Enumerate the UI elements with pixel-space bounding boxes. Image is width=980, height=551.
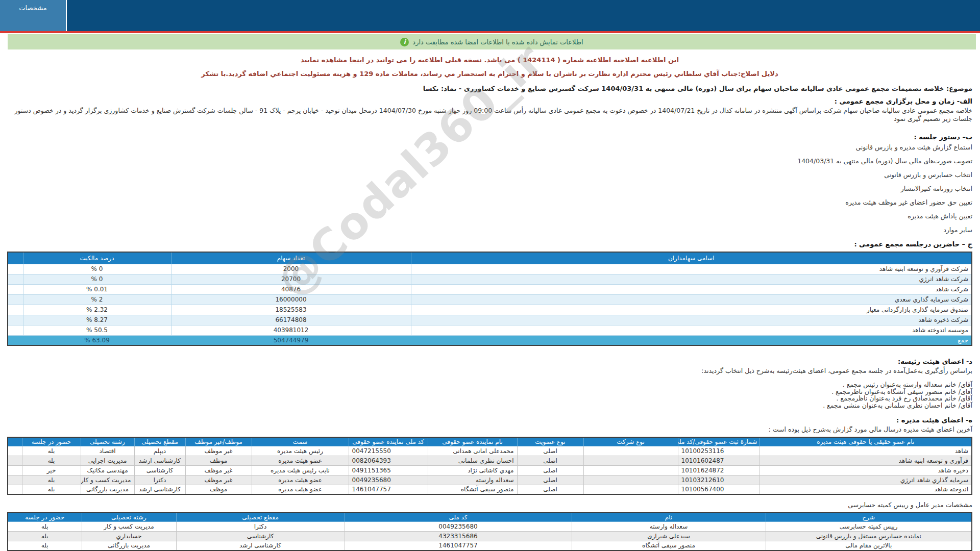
table-row: صندوق سرمایه گذاري بازارگردانی معیار1852…	[8, 305, 972, 315]
table-cell: 10100567400	[678, 485, 760, 494]
table-cell: سرمایه گذاري شاهد انرژي	[760, 475, 972, 485]
column-header: شرح	[766, 513, 972, 521]
table-cell: 0082064393	[349, 456, 428, 465]
table-row: رییس کمیته حسابرسیسعداله وارسته004923568…	[8, 521, 972, 531]
column-header: موظف/غیر موظف	[185, 437, 252, 446]
signature-alert-bar: اطلاعات نمایش داده شده با اطلاعات امضا ش…	[8, 34, 976, 49]
column-header: نام نماینده عضو حقوقی	[428, 437, 517, 446]
ceo-audit-table: شرحنامکد ملیمقطع تحصیلیرشته تحصیلیحضور د…	[7, 512, 972, 551]
table-cell: 18525583	[171, 305, 411, 315]
table-row: فرآوري و توسعه ابنیه شاهد10101602487اصلی…	[8, 456, 972, 465]
table-cell: دکترا	[176, 521, 345, 531]
presiding-member: آقای/ خانم احسان نظري سلمانی به‌عنوان من…	[7, 402, 972, 409]
ceo-table-title: مشخصات مدیر عامل و رییس کمیته حسابرسی	[7, 501, 972, 509]
table-cell	[583, 456, 678, 465]
column-header: رشته تحصیلی	[82, 513, 176, 521]
column-header: نوع شرکت	[583, 437, 678, 446]
table-row: سرمایه گذاري شاهد انرژي10103212610اصلیسع…	[8, 475, 972, 485]
table-cell: منصور سیفی آتشگاه	[572, 541, 766, 550]
table-cell: % 50.5	[23, 325, 171, 335]
table-cell: بله	[8, 521, 82, 531]
table-cell: مدیریت اجرایی	[81, 456, 134, 465]
table-cell: کارشناسی	[134, 465, 185, 475]
table-row: شرکت سرمایه گذاري سعدي16000000% 2	[8, 294, 972, 305]
column-header: کد ملی نماینده عضو حقوقی	[349, 437, 428, 446]
table-cell: نایب رئیس هیئت مدیره	[252, 465, 349, 475]
table-cell: سعداله وارسته	[572, 521, 766, 531]
table-cell: کارشناسی ارشد	[176, 541, 345, 550]
table-cell: 40876	[171, 284, 411, 294]
previous-notice-link[interactable]: اینجا	[350, 56, 364, 64]
table-cell: موظف	[185, 485, 252, 494]
presiding-member: آقای/ خانم منصور سیفی آتشگاه به‌عنوان نا…	[7, 388, 972, 395]
table-cell: 16000000	[171, 294, 411, 305]
table-row: شرکت فرآوري و توسعه ابنیه شاهد2000% 0	[8, 264, 972, 274]
table-cell	[8, 264, 23, 274]
section-e-intro: آخرین اعضای هیئت مدیره درسال مالی مورد گ…	[7, 425, 972, 434]
agenda-item: انتخاب حسابرس و بازرس قانونی	[7, 171, 972, 179]
column-header: مقطع تحصیلی	[176, 513, 345, 521]
ceo-table-header: شرحنامکد ملیمقطع تحصیلیرشته تحصیلیحضور د…	[8, 513, 972, 521]
correction-reason: دلایل اصلاح:جناب آقاي سلطاني رئیس محترم …	[7, 70, 972, 78]
table-cell: % 2	[23, 294, 171, 305]
table-cell	[8, 325, 23, 335]
table-cell: مدیریت بازرگانی	[82, 541, 176, 550]
table-cell	[8, 446, 22, 456]
section-d-intro: براساس رأی‌گیری به‌عمل‌آمده در جلسة مجمع…	[7, 367, 972, 375]
table-cell: سعداله وارسته	[428, 475, 517, 485]
shareholders-table-header: اسامی سهامدارانتعداد سهامدرصد مالکیت	[8, 252, 972, 264]
correction-notice: این اطلاعیه اصلاحیه اطلاعیه شماره ( 1424…	[7, 56, 972, 64]
table-cell: غیر موظف	[185, 475, 252, 485]
table-cell: 0047215550	[349, 446, 428, 456]
table-cell: 1461047757	[349, 485, 428, 494]
table-cell: خیر	[22, 465, 81, 475]
table-cell: کارشناسی ارشد	[134, 485, 185, 494]
table-cell: موظف	[185, 456, 252, 465]
board-members-table: نام عضو حقیقی یا حقوقی هیئت مدیرهشمارة ث…	[7, 437, 972, 495]
agenda-list: استماع گزارش هیئت مدیره و بازرس قانونیتص…	[7, 143, 972, 234]
table-cell: عضو هیئت مدیره	[252, 475, 349, 485]
column-header: حضور در جلسه	[22, 437, 81, 446]
table-cell	[8, 274, 23, 284]
correction-notice-suffix: مشاهده نمایید	[301, 56, 350, 64]
table-cell	[8, 305, 23, 315]
table-cell: بله	[22, 485, 81, 494]
table-cell: 0049235680	[345, 521, 572, 531]
table-cell: بالاترین مقام مالی	[766, 541, 972, 550]
table-cell: رئیس هیئت مدیره	[252, 446, 349, 456]
table-cell: اندوخته شاهد	[760, 485, 972, 494]
column-header: نام عضو حقیقی یا حقوقی هیئت مدیره	[760, 437, 972, 446]
column-header: حضور در جلسه	[8, 513, 82, 521]
tab-specifications[interactable]: مشخصات	[0, 0, 67, 31]
table-row: ذخیره شاهد10101624872اصلیمهدي کاشانی نژا…	[8, 465, 972, 475]
table-cell: کارشناسی	[176, 531, 345, 541]
table-cell: اصلی	[517, 485, 583, 494]
board-table-header: نام عضو حقیقی یا حقوقی هیئت مدیرهشمارة ث…	[8, 437, 972, 446]
info-icon: i	[400, 38, 409, 46]
presiding-member: آقای/ خانم سعداله وارسته به‌عنوان رئیس م…	[7, 381, 972, 388]
table-cell: مدیریت بازرگانی	[81, 485, 134, 494]
correction-notice-text: این اطلاعیه اصلاحیه اطلاعیه شماره ( 1424…	[364, 56, 679, 64]
table-cell: موسسه اندوخته شاهد	[411, 325, 972, 335]
column-header: درصد مالکیت	[23, 252, 171, 264]
table-cell: فرآوري و توسعه ابنیه شاهد	[760, 456, 972, 465]
table-cell: مدیریت کسب و کار	[81, 475, 134, 485]
section-b-title: ب– دستور جلسه :	[7, 133, 972, 141]
table-cell	[8, 456, 22, 465]
total-cell: % 63.09	[23, 335, 171, 345]
table-cell: دکترا	[134, 475, 185, 485]
table-cell: 4323315686	[345, 531, 572, 541]
table-cell: 10100253116	[678, 446, 760, 456]
section-a-title: الف- زمان و محل برگزاری مجمع عمومی :	[7, 97, 972, 106]
table-cell: ذخیره شاهد	[760, 465, 972, 475]
column-header: رشته تحصیلی	[81, 437, 134, 446]
table-cell	[583, 485, 678, 494]
agenda-item: تعیین حق حضور اعضای غیر موظف هیئت مدیره	[7, 198, 972, 207]
table-row: نماینده حسابرس مستقل و بازرس قانونیسیدعل…	[8, 531, 972, 541]
table-cell: احسان نظري سلمانی	[428, 456, 517, 465]
table-row: شرکت ذخیره شاهد66174808% 8.27	[8, 315, 972, 325]
table-cell: مدیریت کسب و کار	[82, 521, 176, 531]
section-d-title: د- اعضای هیئت رئیسه:	[7, 357, 972, 366]
section-e-title: ه- اعضای هیئت مدیره :	[7, 416, 972, 424]
table-cell	[583, 465, 678, 475]
